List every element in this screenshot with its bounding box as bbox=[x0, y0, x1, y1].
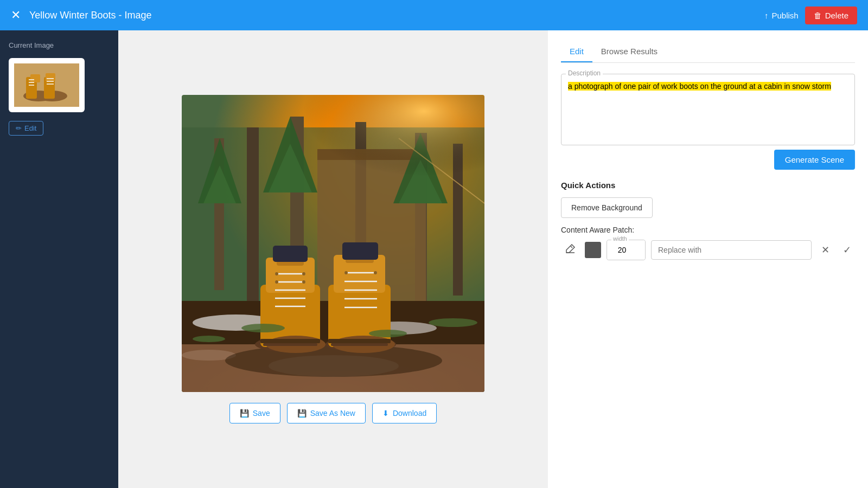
svg-line-74 bbox=[571, 246, 572, 248]
svg-point-50 bbox=[275, 280, 278, 284]
edit-icon: ✏ bbox=[16, 124, 22, 132]
delete-button[interactable]: 🗑 Delete bbox=[805, 7, 857, 24]
svg-rect-52 bbox=[260, 339, 320, 343]
publish-button[interactable]: ↑ Publish bbox=[764, 11, 799, 20]
save-as-new-button[interactable]: 💾 Save As New bbox=[287, 403, 366, 423]
header: ✕ Yellow Winter Boots - Image ↑ Publish … bbox=[0, 0, 868, 30]
cancel-patch-button[interactable]: ✕ bbox=[817, 242, 833, 258]
svg-point-36 bbox=[225, 344, 442, 377]
current-image-label: Current Image bbox=[9, 41, 110, 49]
svg-point-70 bbox=[369, 330, 407, 337]
download-button[interactable]: ⬇ Download bbox=[372, 403, 437, 423]
thumbnail-image bbox=[14, 63, 79, 107]
canvas-area: 💾 Save 💾 Save As New ⬇ Download bbox=[118, 30, 548, 488]
save-icon: 💾 bbox=[240, 409, 249, 418]
svg-point-71 bbox=[429, 318, 477, 327]
svg-point-48 bbox=[275, 272, 278, 275]
quick-actions-section: Quick Actions Remove Background Content … bbox=[561, 181, 855, 260]
width-label: width bbox=[611, 235, 629, 242]
close-button[interactable]: ✕ bbox=[11, 9, 21, 21]
svg-rect-6 bbox=[46, 73, 55, 81]
save-as-new-icon: 💾 bbox=[297, 409, 307, 418]
sidebar-thumbnail bbox=[9, 58, 85, 112]
main-scene-image bbox=[182, 95, 484, 392]
description-label: Description bbox=[566, 69, 603, 77]
svg-point-49 bbox=[302, 272, 305, 275]
description-wrapper: Description a photograph of one pair of … bbox=[561, 74, 855, 145]
confirm-patch-button[interactable]: ✓ bbox=[839, 242, 855, 258]
tabs: Edit Browse Results bbox=[561, 41, 855, 63]
sidebar: Current Image ✏ E bbox=[0, 30, 118, 488]
replace-with-input[interactable] bbox=[651, 240, 812, 260]
download-label: Download bbox=[393, 409, 426, 418]
svg-rect-68 bbox=[331, 343, 388, 346]
right-panel: Edit Browse Results Description a photog… bbox=[548, 30, 868, 488]
svg-point-51 bbox=[302, 280, 305, 284]
description-highlighted-text: a photograph of one pair of work boots o… bbox=[568, 82, 831, 91]
delete-label: Delete bbox=[825, 11, 848, 20]
edit-image-button[interactable]: ✏ Edit bbox=[9, 121, 43, 136]
save-label: Save bbox=[253, 409, 270, 418]
confirm-icon: ✓ bbox=[843, 244, 851, 256]
main-layout: Current Image ✏ E bbox=[0, 30, 868, 488]
tab-edit[interactable]: Edit bbox=[561, 41, 592, 62]
eraser-tool-button[interactable] bbox=[561, 241, 579, 259]
content-aware-patch-section: Content Aware Patch: width bbox=[561, 226, 855, 260]
quick-actions-title: Quick Actions bbox=[561, 181, 855, 190]
svg-rect-67 bbox=[328, 339, 391, 343]
svg-rect-3 bbox=[30, 74, 40, 82]
tab-browse-results[interactable]: Browse Results bbox=[592, 41, 666, 62]
generate-scene-button[interactable]: Generate Scene bbox=[774, 150, 855, 170]
publish-label: Publish bbox=[771, 11, 798, 20]
width-field-wrapper: width bbox=[607, 240, 646, 260]
header-actions: ↑ Publish 🗑 Delete bbox=[764, 7, 857, 24]
svg-point-69 bbox=[241, 324, 285, 332]
svg-point-72 bbox=[193, 336, 225, 342]
color-swatch[interactable] bbox=[585, 242, 601, 258]
remove-background-button[interactable]: Remove Background bbox=[561, 197, 653, 218]
svg-point-65 bbox=[344, 271, 348, 274]
download-icon: ⬇ bbox=[382, 409, 389, 418]
content-aware-controls: width ✕ ✓ bbox=[561, 240, 855, 260]
save-as-new-label: Save As New bbox=[310, 409, 355, 418]
main-image-container[interactable] bbox=[182, 95, 484, 392]
eraser-icon bbox=[564, 244, 576, 256]
delete-icon: 🗑 bbox=[814, 11, 822, 20]
width-input[interactable] bbox=[607, 240, 645, 260]
svg-point-66 bbox=[374, 271, 377, 274]
publish-icon: ↑ bbox=[764, 11, 769, 20]
edit-label: Edit bbox=[24, 124, 36, 132]
cancel-icon: ✕ bbox=[821, 244, 829, 256]
save-button[interactable]: 💾 Save bbox=[229, 403, 280, 423]
description-text-container[interactable]: a photograph of one pair of work boots o… bbox=[561, 74, 854, 145]
svg-rect-73 bbox=[182, 95, 484, 258]
description-section: Description a photograph of one pair of … bbox=[561, 74, 855, 170]
canvas-actions: 💾 Save 💾 Save As New ⬇ Download bbox=[229, 403, 437, 423]
svg-rect-53 bbox=[263, 343, 317, 346]
content-aware-label: Content Aware Patch: bbox=[561, 226, 855, 234]
page-title: Yellow Winter Boots - Image bbox=[29, 10, 756, 21]
